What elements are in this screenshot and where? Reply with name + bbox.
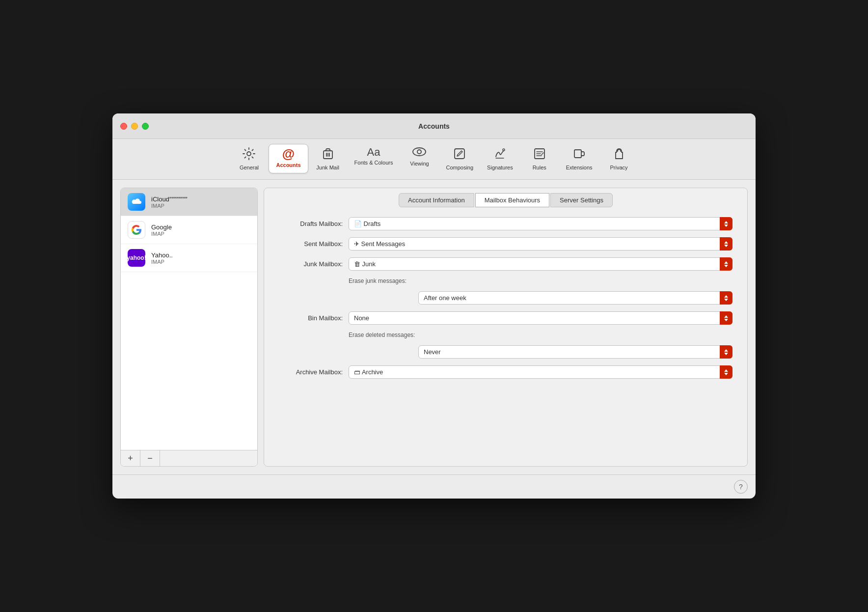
toolbar-item-viewing[interactable]: Viewing xyxy=(400,144,439,173)
toolbar-label-accounts: Accounts xyxy=(276,162,300,168)
svg-point-5 xyxy=(413,148,426,156)
svg-point-8 xyxy=(503,149,505,151)
toolbar-label-extensions: Extensions xyxy=(566,165,593,170)
toolbar-label-privacy: Privacy xyxy=(610,165,627,170)
bin-label: Bin Mailbox: xyxy=(279,314,343,322)
signatures-icon xyxy=(493,147,507,163)
toolbar-item-signatures[interactable]: Signatures xyxy=(480,144,520,173)
minimize-button[interactable] xyxy=(131,123,138,130)
google-name: Google xyxy=(151,223,172,231)
archive-mailbox-row: Archive Mailbox: 🗃 Archive xyxy=(279,365,732,379)
erase-deleted-select-wrapper: Never xyxy=(418,345,732,359)
toolbar-item-general[interactable]: General xyxy=(229,144,269,173)
drafts-select-wrapper: 📄 Drafts xyxy=(349,217,732,230)
account-item-yahoo[interactable]: yahoo! Yahoo.. IMAP xyxy=(121,244,257,272)
icloud-info: iCloud″″″″″″″″ IMAP xyxy=(151,195,188,209)
tab-bar: Account Information Mailbox Behaviours S… xyxy=(264,188,747,207)
bottom-bar: ? xyxy=(112,474,756,499)
junk-mailbox-row: Junk Mailbox: 🗑 Junk xyxy=(279,257,732,271)
junk-mail-icon xyxy=(321,147,335,163)
junk-mailbox-select[interactable]: 🗑 Junk xyxy=(349,257,732,271)
toolbar-item-composing[interactable]: Composing xyxy=(439,144,480,173)
traffic-lights xyxy=(120,123,149,130)
account-list: iCloud″″″″″″″″ IMAP xyxy=(121,188,257,450)
google-type: IMAP xyxy=(151,231,172,237)
yahoo-info: Yahoo.. IMAP xyxy=(151,251,173,265)
erase-junk-label: Erase junk messages: xyxy=(349,278,732,284)
erase-junk-row: After one week xyxy=(349,291,732,305)
fonts-icon: Aa xyxy=(367,147,380,158)
archive-label: Archive Mailbox: xyxy=(279,368,343,376)
sent-mailbox-row: Sent Mailbox: ✈ Sent Messages xyxy=(279,237,732,250)
yahoo-avatar: yahoo! xyxy=(128,249,145,267)
rules-icon xyxy=(533,147,546,163)
toolbar-label-rules: Rules xyxy=(533,165,546,170)
tab-account-information[interactable]: Account Information xyxy=(399,193,474,207)
account-item-icloud[interactable]: iCloud″″″″″″″″ IMAP xyxy=(121,188,257,216)
privacy-icon xyxy=(612,147,626,163)
main-panel: Account Information Mailbox Behaviours S… xyxy=(264,188,748,467)
sidebar-button-bar: + − xyxy=(121,450,257,466)
toolbar-label-signatures: Signatures xyxy=(487,165,513,170)
tab-mailbox-behaviours[interactable]: Mailbox Behaviours xyxy=(475,193,549,207)
toolbar-label-composing: Composing xyxy=(446,165,473,170)
content-area: iCloud″″″″″″″″ IMAP xyxy=(112,180,756,474)
viewing-icon xyxy=(412,147,427,159)
toolbar-item-fonts-colours[interactable]: Aa Fonts & Colours xyxy=(348,144,400,173)
icloud-name: iCloud″″″″″″″″ xyxy=(151,195,188,203)
archive-mailbox-select[interactable]: 🗃 Archive xyxy=(349,365,732,379)
extensions-icon xyxy=(572,147,586,163)
remove-account-button[interactable]: − xyxy=(140,450,160,466)
bin-select-wrapper: None xyxy=(349,311,732,325)
account-item-google[interactable]: Google IMAP xyxy=(121,216,257,244)
erase-deleted-select[interactable]: Never xyxy=(418,345,732,359)
junk-select-wrapper: 🗑 Junk xyxy=(349,257,732,271)
google-info: Google IMAP xyxy=(151,223,172,237)
window-title: Accounts xyxy=(418,122,450,130)
sent-label: Sent Mailbox: xyxy=(279,240,343,248)
tab-server-settings[interactable]: Server Settings xyxy=(550,193,613,207)
erase-junk-select-wrapper: After one week xyxy=(418,291,732,305)
bin-mailbox-select[interactable]: None xyxy=(349,311,732,325)
toolbar-item-privacy[interactable]: Privacy xyxy=(599,144,639,173)
archive-select-wrapper: 🗃 Archive xyxy=(349,365,732,379)
panel-content: Drafts Mailbox: 📄 Drafts Sent Mailbox: xyxy=(264,207,747,389)
at-icon: @ xyxy=(282,147,295,160)
toolbar-item-extensions[interactable]: Extensions xyxy=(559,144,599,173)
sent-select-wrapper: ✈ Sent Messages xyxy=(349,237,732,250)
bin-mailbox-row: Bin Mailbox: None xyxy=(279,311,732,325)
toolbar-label-junk-mail: Junk Mail xyxy=(316,165,339,170)
accounts-sidebar: iCloud″″″″″″″″ IMAP xyxy=(120,188,258,467)
toolbar: General @ Accounts Junk Mail Aa Fonts xyxy=(112,139,756,180)
icloud-avatar xyxy=(128,193,145,211)
preferences-window: Accounts General @ Accounts xyxy=(112,113,756,499)
svg-rect-11 xyxy=(574,150,581,158)
add-account-button[interactable]: + xyxy=(121,450,140,466)
toolbar-item-junk-mail[interactable]: Junk Mail xyxy=(308,144,348,173)
toolbar-label-general: General xyxy=(240,165,259,170)
erase-junk-select[interactable]: After one week xyxy=(418,291,732,305)
yahoo-type: IMAP xyxy=(151,259,173,265)
svg-point-0 xyxy=(247,152,251,156)
sent-mailbox-select[interactable]: ✈ Sent Messages xyxy=(349,237,732,250)
compose-icon xyxy=(453,147,466,163)
yahoo-name: Yahoo.. xyxy=(151,251,173,259)
junk-label: Junk Mailbox: xyxy=(279,260,343,268)
titlebar: Accounts xyxy=(112,113,756,139)
svg-rect-7 xyxy=(455,149,464,159)
erase-deleted-label: Erase deleted messages: xyxy=(349,332,732,338)
icloud-type: IMAP xyxy=(151,203,188,209)
toolbar-label-viewing: Viewing xyxy=(410,161,429,167)
google-avatar xyxy=(128,221,145,239)
toolbar-label-fonts-colours: Fonts & Colours xyxy=(354,160,393,166)
toolbar-item-accounts[interactable]: @ Accounts xyxy=(269,144,308,173)
drafts-label: Drafts Mailbox: xyxy=(279,220,343,227)
close-button[interactable] xyxy=(120,123,127,130)
toolbar-item-rules[interactable]: Rules xyxy=(520,144,559,173)
drafts-mailbox-select[interactable]: 📄 Drafts xyxy=(349,217,732,230)
svg-point-6 xyxy=(417,150,421,154)
erase-deleted-row: Never xyxy=(349,345,732,359)
gear-icon xyxy=(242,147,256,163)
help-button[interactable]: ? xyxy=(734,480,748,494)
maximize-button[interactable] xyxy=(142,123,149,130)
